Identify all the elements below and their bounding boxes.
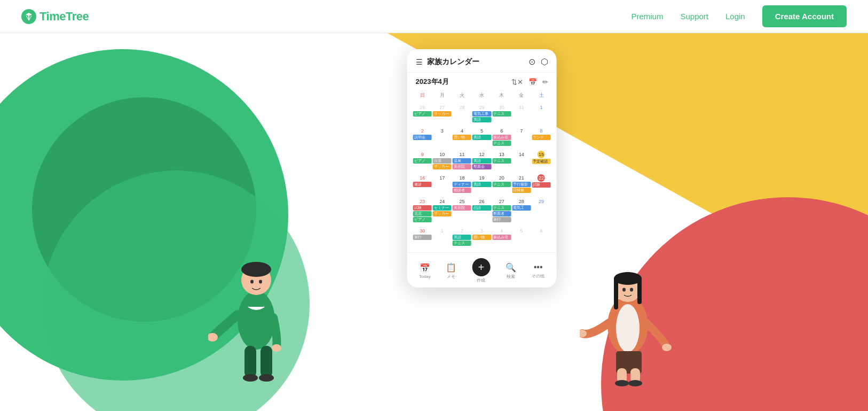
nav-tab-more-label: その他 xyxy=(532,273,545,279)
phone-bottom-nav: 📅 Today 📋 メモ + 作成 🔍 検索 ••• その他 xyxy=(407,252,557,288)
nav-tab-search[interactable]: 🔍 検索 xyxy=(506,262,516,280)
event-english-4: 英語 xyxy=(472,182,491,187)
day-cell-apr8: 8 ランチ xyxy=(531,125,551,147)
event-tennis-4: テニス xyxy=(492,182,511,187)
nav-tab-search-label: 検索 xyxy=(507,274,515,280)
subheader-icons: ⇅✕ 📅 ✏ xyxy=(511,78,548,86)
event-tennis-3: テニス xyxy=(492,158,511,164)
event-kaigisya: 懇親者 xyxy=(492,211,511,216)
character-left-svg xyxy=(208,197,304,390)
logo-icon xyxy=(21,9,36,24)
hamburger-icon: ☰ xyxy=(416,58,423,66)
nav-tab-create-label: 作成 xyxy=(477,277,485,283)
week-row-4: 16 健診 17 18 ディナー 相談者 19 英語 xyxy=(413,172,551,194)
event-english-5: 品語 xyxy=(472,205,491,211)
day-cell-apr17: 17 xyxy=(432,172,452,194)
event-yoteiryoko: 予行撮影 xyxy=(512,182,531,187)
day-cell-mar29: 29 電気工事 英語 xyxy=(472,101,492,123)
day-cell-apr7: 7 xyxy=(511,125,531,147)
day-cell-apr16: 16 健診 xyxy=(413,172,432,194)
event-yotei: 予定確認 xyxy=(532,159,550,164)
day-cell-apr14: 14 xyxy=(511,148,531,170)
event-higaeri: 日帰旅 xyxy=(512,188,531,193)
day-cell-mar27: 27 サッカー xyxy=(432,101,452,123)
svg-rect-7 xyxy=(261,346,272,378)
day-header-tue: 火 xyxy=(452,91,472,100)
svg-point-3 xyxy=(241,262,271,277)
create-icon: + xyxy=(472,258,490,276)
day-cell-mar31: 31 xyxy=(511,101,531,123)
day-cell-apr13: 13 テニス xyxy=(492,148,511,170)
day-cell-apr20: 20 テニス xyxy=(492,172,511,194)
nav-tab-memo[interactable]: 📋 メモ xyxy=(446,262,456,280)
event-enkai: 懇親会 xyxy=(472,164,491,169)
phone-header-left: ☰ 家族カレンダー xyxy=(416,57,479,67)
day-cell-mar26: 26 ピアノ xyxy=(413,101,432,123)
day-cell-apr19: 19 英語 xyxy=(472,172,492,194)
event-english-3: 英語 xyxy=(472,158,491,164)
event-ryoko2: 旅行 xyxy=(413,235,432,240)
svg-point-23 xyxy=(615,380,629,386)
event-kensin: 健診 xyxy=(413,182,432,187)
character-right-svg xyxy=(580,219,676,390)
event-lunch: ランチ xyxy=(532,135,550,140)
week-row-1: 26 ピアノ 27 サッカー 28 29 電気工事 英語 xyxy=(413,101,551,123)
day-cell-apr29: 29 xyxy=(531,195,551,223)
nav-tab-create[interactable]: + 作成 xyxy=(472,258,490,283)
target-icon: ⊙ xyxy=(528,57,535,67)
event-tennis-5: テニス xyxy=(492,205,511,211)
event-setsumeikai: 説明会 xyxy=(413,135,432,140)
day-headers: 日 月 火 水 木 金 土 xyxy=(413,91,551,100)
phone-mockup: ☰ 家族カレンダー ⊙ ⬡ 2023年4月 ⇅✕ 📅 ✏ xyxy=(407,49,557,288)
day-header-sun: 日 xyxy=(413,91,432,100)
event-imu: 出張 xyxy=(433,158,452,164)
day-cell-mar30: 30 テニス xyxy=(492,101,511,123)
day-cell-apr24: 24 セミナー サッカー xyxy=(432,195,452,223)
logo-text: TimeTree xyxy=(40,10,89,24)
event-konsuru: 相談者 xyxy=(453,188,471,193)
week-row-3: 9 ピアノ 10 出張 サッカー 11 温泉 美容院 12 xyxy=(413,148,551,170)
event-piano-3: ピアノ xyxy=(413,217,432,222)
phone-subheader: 2023年4月 ⇅✕ 📅 ✏ xyxy=(407,73,557,90)
event-soccer-2: サッカー xyxy=(433,164,452,169)
day-cell-may6: 6 xyxy=(531,224,551,247)
event-seminar: セミナー xyxy=(433,205,452,211)
svg-point-5 xyxy=(272,344,281,352)
day-cell-apr5: 5 英語 xyxy=(472,125,492,147)
create-account-button[interactable]: Create Account xyxy=(762,5,847,27)
nav-login[interactable]: Login xyxy=(725,12,745,21)
svg-rect-6 xyxy=(244,346,256,378)
svg-rect-17 xyxy=(637,277,642,304)
hero-section: ☰ 家族カレンダー ⊙ ⬡ 2023年4月 ⇅✕ 📅 ✏ xyxy=(0,33,868,411)
event-kaimono: 買い物 xyxy=(453,135,471,140)
event-kaimono2: 買い物 xyxy=(472,235,491,240)
nav-tab-more[interactable]: ••• その他 xyxy=(532,262,545,279)
event-english-1: 英語 xyxy=(472,117,491,122)
svg-point-13 xyxy=(616,304,640,352)
svg-point-1 xyxy=(238,291,275,350)
day-cell-may5: 5 xyxy=(511,224,531,247)
nav-tab-today[interactable]: 📅 Today xyxy=(419,263,430,279)
svg-point-10 xyxy=(250,280,254,284)
nav-premium[interactable]: Premium xyxy=(631,12,663,21)
calendar-title: 家族カレンダー xyxy=(427,57,479,67)
phone-header-icons: ⊙ ⬡ xyxy=(528,57,548,67)
day-cell-apr9: 9 ピアノ xyxy=(413,148,432,170)
event-shiken: 試験 xyxy=(532,182,550,188)
character-left xyxy=(208,197,304,390)
today-icon: 📅 xyxy=(420,263,430,273)
day-cell-may1: 1 xyxy=(432,224,452,247)
day-cell-apr10: 10 出張 サッカー xyxy=(432,148,452,170)
logo[interactable]: TimeTree xyxy=(21,9,89,24)
svg-point-25 xyxy=(622,288,626,292)
event-torikomi: 振込み収 xyxy=(492,135,511,140)
event-electrical: 電気工事 xyxy=(472,111,491,117)
day-cell-apr25: 25 美容院 xyxy=(452,195,472,223)
event-biyouin: 美容院 xyxy=(453,164,471,169)
event-kensin2: 試験 xyxy=(413,205,432,211)
event-elec2: 電気工 xyxy=(512,205,531,211)
app-header: TimeTree Premium Support Login Create Ac… xyxy=(0,0,868,33)
cal-icon: 📅 xyxy=(528,78,537,86)
nav-support[interactable]: Support xyxy=(680,12,708,21)
day-cell-apr1: 1 xyxy=(531,101,551,123)
